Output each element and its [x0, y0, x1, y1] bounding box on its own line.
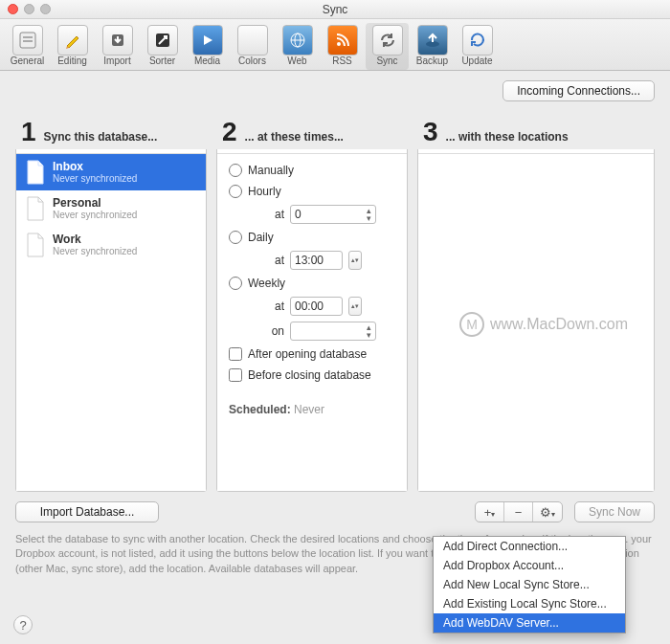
menu-item-direct-connection[interactable]: Add Direct Connection... — [434, 537, 625, 556]
col-number: 2 — [222, 119, 237, 145]
location-actions-segment: +▾ − ⚙▾ — [475, 501, 563, 522]
database-item-work[interactable]: Work Never synchronized — [16, 227, 206, 263]
tab-sync[interactable]: Sync — [366, 23, 409, 70]
tab-sorter[interactable]: Sorter — [141, 23, 184, 70]
add-location-button[interactable]: +▾ — [476, 502, 504, 522]
checkbox-label: Before closing database — [248, 368, 371, 382]
tab-label: Import — [103, 56, 130, 66]
tab-label: Sorter — [149, 56, 175, 66]
radio-label: Daily — [248, 231, 274, 244]
column-databases: 1 Sync this database... Inbox Never sync… — [15, 111, 207, 492]
tab-label: Colors — [238, 56, 266, 66]
tab-media[interactable]: Media — [186, 23, 229, 70]
document-icon — [26, 233, 45, 257]
database-item-personal[interactable]: Personal Never synchronized — [16, 190, 206, 227]
select-value: 0 — [295, 208, 302, 221]
checkbox-input[interactable] — [229, 347, 242, 361]
tab-colors[interactable]: Colors — [231, 23, 274, 70]
editing-icon — [57, 25, 88, 56]
backup-icon — [417, 25, 448, 56]
tab-backup[interactable]: Backup — [411, 23, 454, 70]
at-label: at — [267, 254, 284, 267]
database-item-inbox[interactable]: Inbox Never synchronized — [16, 154, 206, 190]
radio-input[interactable] — [229, 277, 242, 290]
chevron-updown-icon: ▴▾ — [367, 323, 371, 339]
radio-hourly[interactable]: Hourly — [217, 181, 407, 202]
bottom-button-row: Import Database... +▾ − ⚙▾ Sync Now — [0, 492, 670, 526]
tab-general[interactable]: General — [6, 23, 49, 70]
tab-editing[interactable]: Editing — [51, 23, 94, 70]
incoming-connections-button[interactable]: Incoming Connections... — [502, 80, 655, 101]
svg-point-8 — [337, 42, 341, 46]
checkbox-input[interactable] — [229, 368, 242, 382]
radio-daily[interactable]: Daily — [217, 227, 407, 248]
tab-update[interactable]: Update — [456, 23, 499, 70]
radio-label: Weekly — [248, 277, 285, 290]
tab-label: Backup — [416, 56, 448, 66]
at-label: at — [267, 300, 284, 313]
database-name: Personal — [53, 196, 137, 210]
weekly-at-input[interactable]: 00:00 — [290, 297, 343, 316]
titlebar: Sync — [0, 0, 670, 19]
sync-columns: 1 Sync this database... Inbox Never sync… — [0, 111, 670, 492]
col-title: ... with these locations — [446, 130, 569, 144]
checkbox-after-open[interactable]: After opening database — [217, 344, 407, 365]
database-status: Never synchronized — [53, 173, 137, 184]
radio-weekly[interactable]: Weekly — [217, 273, 407, 294]
tab-import[interactable]: Import — [96, 23, 139, 70]
column-times: 2 ... at these times... Manually Hourly … — [216, 111, 408, 492]
update-icon — [462, 25, 493, 56]
stepper[interactable]: ▴▾ — [348, 297, 362, 316]
document-icon — [26, 196, 45, 221]
database-status: Never synchronized — [53, 210, 137, 220]
import-database-button[interactable]: Import Database... — [15, 501, 159, 522]
add-location-menu: Add Direct Connection... Add Dropbox Acc… — [433, 536, 626, 633]
import-icon — [102, 25, 133, 56]
help-button[interactable]: ? — [13, 615, 33, 634]
checkbox-before-close[interactable]: Before closing database — [217, 365, 407, 386]
scheduled-status: Scheduled: Never — [217, 386, 407, 416]
radio-input[interactable] — [229, 185, 242, 198]
radio-manually[interactable]: Manually — [217, 160, 407, 181]
tab-label: Update — [461, 56, 492, 66]
database-name: Inbox — [53, 160, 137, 173]
general-icon — [12, 25, 43, 56]
column-locations: 3 ... with these locations — [417, 111, 655, 492]
checkbox-label: After opening database — [248, 347, 367, 361]
radio-input[interactable] — [229, 231, 242, 244]
col-title: Sync this database... — [44, 130, 158, 144]
database-status: Never synchronized — [53, 246, 137, 256]
daily-at-input[interactable]: 13:00 — [290, 251, 343, 270]
svg-rect-1 — [23, 36, 33, 38]
weekly-on-select[interactable]: ▴▾ — [290, 322, 376, 341]
chevron-updown-icon: ▴▾ — [367, 207, 371, 222]
stepper[interactable]: ▴▾ — [348, 251, 362, 270]
tab-label: RSS — [332, 56, 352, 66]
col-number: 3 — [423, 119, 438, 145]
tab-rss[interactable]: RSS — [321, 23, 364, 70]
tab-label: Editing — [57, 56, 87, 66]
sync-icon — [372, 25, 403, 56]
document-icon — [26, 160, 45, 185]
on-label: on — [267, 324, 284, 338]
colors-icon — [237, 25, 268, 56]
tab-label: Web — [287, 56, 306, 66]
radio-label: Hourly — [248, 185, 281, 198]
gear-icon: ⚙ — [540, 505, 551, 520]
database-name: Work — [53, 233, 137, 246]
tab-label: Media — [194, 56, 220, 66]
hourly-at-select[interactable]: 0 ▴▾ — [290, 205, 376, 224]
sync-now-button[interactable]: Sync Now — [574, 501, 655, 522]
rss-icon — [327, 25, 358, 56]
menu-item-dropbox[interactable]: Add Dropbox Account... — [434, 556, 625, 575]
tab-label: General — [11, 56, 45, 66]
tab-web[interactable]: Web — [276, 23, 319, 70]
radio-input[interactable] — [229, 164, 242, 177]
menu-item-existing-local-store[interactable]: Add Existing Local Sync Store... — [434, 594, 625, 613]
remove-location-button[interactable]: − — [504, 502, 533, 522]
tab-label: Sync — [376, 56, 397, 66]
radio-label: Manually — [248, 164, 294, 177]
menu-item-webdav[interactable]: Add WebDAV Server... — [434, 613, 625, 633]
location-options-button[interactable]: ⚙▾ — [533, 502, 562, 522]
menu-item-new-local-store[interactable]: Add New Local Sync Store... — [434, 575, 625, 594]
